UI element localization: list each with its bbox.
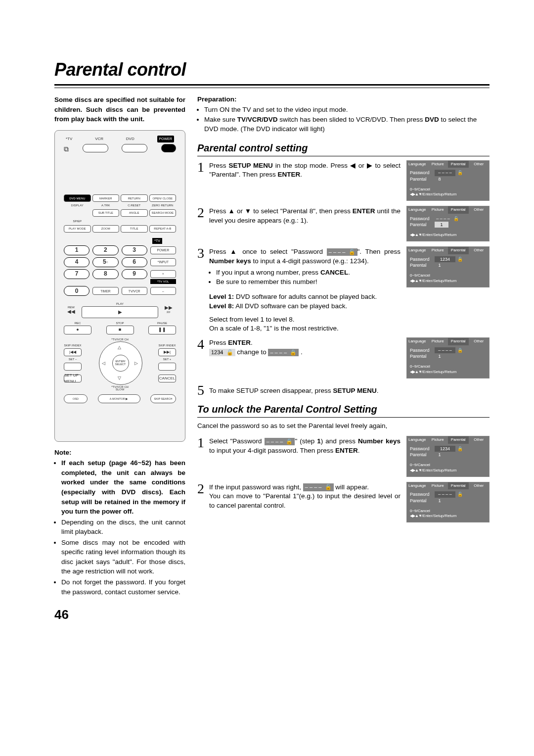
password-box-inline: – – – – 🔓 xyxy=(327,248,357,256)
note-heading: Note: xyxy=(54,448,185,458)
lock-open-icon: 🔓 xyxy=(349,249,356,255)
down-arrow-icon: ▽ xyxy=(118,375,121,381)
zoom-button: ZOOM xyxy=(92,225,120,233)
step-number: 4 xyxy=(197,337,209,378)
pause-button: ❚❚ xyxy=(148,326,176,334)
note-item: Depending on the discs, the unit cannot … xyxy=(61,518,185,537)
remote-label-dvd: DVD xyxy=(126,136,134,142)
set-minus-label: SET – xyxy=(69,357,77,362)
rew-icon: ◀◀ xyxy=(67,309,75,314)
note-item: If each setup (page 46~52) has been comp… xyxy=(61,459,185,515)
note-list: If each setup (page 46~52) has been comp… xyxy=(54,458,185,597)
step-text: Select "Password – – – – 🔒" (step 1) and… xyxy=(209,436,406,477)
step-number: 5 xyxy=(197,383,209,397)
skip-label-l: SKIP /INDEX xyxy=(64,343,81,348)
divider xyxy=(54,88,490,88)
set-plus-button xyxy=(158,363,176,371)
note-item: Some discs may not be encoded with speci… xyxy=(61,538,185,576)
remote-label-vcr: VCR xyxy=(95,136,103,142)
step-text: Press SETUP MENU in the stop mode. Press… xyxy=(209,160,406,201)
num-6: 6 xyxy=(122,257,147,267)
ch-label-bot: *TV/VCR CH xyxy=(93,385,147,389)
repeat-button: REPEAT A-B xyxy=(149,225,177,233)
set-minus-button xyxy=(64,363,82,371)
left-arrow-icon: ◁ xyxy=(102,360,105,367)
skip-back-button: |◀◀ xyxy=(64,348,82,356)
zeroreturn-label: ZERO RETURN xyxy=(149,203,177,208)
setup-button: SET UP MENU xyxy=(64,375,82,382)
prep-heading: Preparation: xyxy=(197,95,490,104)
right-arrow-icon: ▷ xyxy=(134,360,138,367)
side-power: POWER xyxy=(150,246,176,254)
num-9: 9 xyxy=(122,269,147,279)
enter-button: ENTER/ SELECT xyxy=(112,355,129,372)
pw-after-box: – – – – 🔒 xyxy=(268,349,299,356)
atrk-label: A.TRK xyxy=(92,203,120,208)
pw-before-box: 1234 🔓 xyxy=(209,349,235,356)
rec-label: REC xyxy=(64,321,91,326)
num-7: 7 xyxy=(64,269,89,279)
step-number: 3 xyxy=(197,246,209,287)
play-label: PLAY xyxy=(79,302,161,306)
dpad: *TV/VCR CH △ ▽ ◁ ▷ ENTER/ SELECT *TV/VCR… xyxy=(93,339,147,386)
divider xyxy=(197,417,490,418)
dvd-button xyxy=(122,144,147,152)
lock-closed-icon: 🔒 xyxy=(290,349,297,355)
side-plus: + xyxy=(150,270,176,278)
return-button: RETURN xyxy=(121,194,148,202)
step-text: If the input password was right, – – – –… xyxy=(209,482,406,523)
osd-panel: LanguagePictureParentalOtherPassword– – … xyxy=(406,482,490,523)
password-box-inline: – – – – 🔓 xyxy=(303,483,334,491)
playmode-button: PLAY MODE xyxy=(64,225,91,233)
title-button: TITLE xyxy=(121,225,148,233)
side-minus: – xyxy=(150,287,176,295)
play-button: ▶ xyxy=(82,306,158,318)
skipsearch-button: SKIP SEARCH xyxy=(150,394,176,403)
step-text: To make SETUP screen disappear, press SE… xyxy=(209,383,490,397)
divider xyxy=(197,156,490,156)
osd-panel: LanguagePictureParentalOtherPassword1234… xyxy=(406,246,490,287)
prep-item: Turn ON the TV and set to the video inpu… xyxy=(204,105,490,115)
step-text: Press ▲ or ▼ to select "Parental 8", the… xyxy=(209,206,406,241)
num-2: 2 xyxy=(92,245,118,255)
password-box-inline: – – – – 🔒 xyxy=(265,438,295,445)
vcr-button xyxy=(83,144,108,152)
level-info: Level 1: DVD software for adults cannot … xyxy=(209,292,490,334)
searchmode-button: SEARCH MODE xyxy=(149,209,177,217)
subtitle-button: SUB TITLE xyxy=(92,209,120,217)
num-0: 0 xyxy=(64,286,89,296)
tvvol-label: *TV VOL xyxy=(150,279,176,284)
step-number: 1 xyxy=(197,436,209,477)
spep-label: SP/EP xyxy=(64,219,91,224)
up-arrow-icon: △ xyxy=(118,344,121,351)
step-number: 2 xyxy=(197,206,209,241)
divider xyxy=(54,84,490,86)
amonitor-button: A.MONITOR ▶ xyxy=(98,394,140,403)
power-button xyxy=(161,144,176,152)
side-input: *INPUT xyxy=(150,258,176,266)
osd-panel: LanguagePictureParentalOtherPassword– – … xyxy=(406,160,490,201)
page-number: 46 xyxy=(54,606,185,624)
marker-button: MARKER xyxy=(92,194,120,202)
intro-text: Some discs are specified not suitable fo… xyxy=(54,95,185,124)
num-3: 3 xyxy=(122,245,147,255)
page-title: Parental control xyxy=(54,59,490,80)
ff-icon: ▶▶ xyxy=(165,305,173,310)
display-label: DISPLAY xyxy=(64,203,91,208)
dvdmenu-button: DVD MENU xyxy=(64,194,91,202)
osd-panel: LanguagePictureParentalOtherPassword1234… xyxy=(406,436,490,477)
step-text: Press ▲ once to select "Password – – – –… xyxy=(209,246,406,287)
cancel-button: CANCEL xyxy=(158,375,176,382)
openclose-button: OPEN/ CLOSE xyxy=(149,194,177,202)
angle-button: ANGLE xyxy=(121,209,148,217)
tvvcr-button: TV/VCR xyxy=(122,287,147,295)
lock-open-icon: 🔓 xyxy=(325,484,332,490)
timer-button: TIMER xyxy=(92,287,118,295)
stop-label: STOP xyxy=(106,321,134,326)
step-number: 1 xyxy=(197,160,209,201)
stop-button: ■ xyxy=(106,326,134,334)
skip-fwd-button: ▶▶| xyxy=(158,348,176,356)
step-number: 2 xyxy=(197,482,209,523)
rec-button: ● xyxy=(64,326,91,334)
num-4: 4 xyxy=(64,257,89,267)
